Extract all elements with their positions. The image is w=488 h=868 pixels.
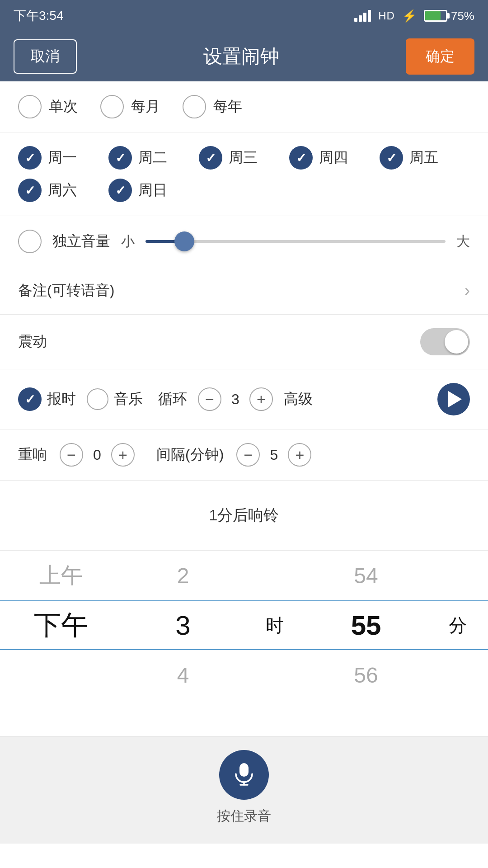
microphone-icon	[231, 761, 257, 788]
minute-item-56[interactable]: 56	[305, 650, 427, 700]
weekdays-row: 周一 周二 周三 周四 周五 周六 周日	[18, 146, 470, 202]
lightning-icon: ⚡	[402, 9, 417, 23]
page-title: 设置闹钟	[203, 44, 279, 69]
loop-value: 3	[229, 391, 242, 408]
checkbox-monday	[18, 146, 42, 170]
repeat-increase-button[interactable]: +	[111, 443, 135, 467]
checkbox-saturday	[18, 179, 42, 202]
status-bar: 下午3:54 HD ⚡ 75%	[0, 0, 488, 32]
music-label: 音乐	[114, 389, 143, 409]
radio-music	[87, 388, 108, 410]
day-sunday[interactable]: 周日	[108, 179, 185, 202]
vibration-toggle[interactable]	[420, 328, 470, 355]
interval-decrease-button[interactable]: −	[236, 443, 260, 467]
checkbox-tuesday	[108, 146, 132, 170]
confirm-button[interactable]: 确定	[406, 38, 474, 75]
volume-radio[interactable]	[18, 230, 42, 253]
interval-label: 间隔(分钟)	[156, 445, 224, 465]
hour-item-2[interactable]: 2	[122, 551, 244, 600]
minute-item-54[interactable]: 54	[305, 551, 427, 600]
music-tone-item[interactable]: 音乐	[87, 388, 143, 410]
time-picker[interactable]: 上午 下午 2 3 4 时 54 55	[0, 551, 488, 700]
checkbox-thursday	[289, 146, 313, 170]
toggle-thumb	[445, 330, 468, 354]
signal-icon	[354, 10, 371, 22]
spacer	[0, 700, 488, 736]
checkbox-report	[18, 387, 42, 411]
hour-4-label: 4	[177, 663, 189, 688]
ampm-column[interactable]: 上午 下午	[0, 551, 122, 700]
recurrence-yearly[interactable]: 每年	[183, 95, 242, 118]
ampm-item-am[interactable]: 上午	[0, 551, 122, 600]
volume-slider-container	[145, 232, 446, 250]
repeat-value: 0	[90, 447, 104, 463]
minute-unit-label: 分	[427, 600, 488, 650]
loop-decrease-button[interactable]: −	[198, 387, 221, 411]
recurrence-monthly[interactable]: 每月	[100, 95, 160, 118]
hour-unit-empty-top	[244, 551, 305, 600]
record-label: 按住录音	[217, 807, 271, 826]
svg-rect-0	[239, 763, 249, 777]
report-tone-item[interactable]: 报时	[18, 387, 76, 411]
minute-unit-column: 分	[427, 551, 488, 700]
battery-percent: 75%	[451, 9, 474, 23]
hour-column[interactable]: 2 3 4	[122, 551, 244, 700]
cancel-button[interactable]: 取消	[14, 39, 77, 74]
hour-item-4[interactable]: 4	[122, 650, 244, 700]
minute-56-label: 56	[354, 663, 378, 688]
hour-unit-label: 时	[244, 600, 305, 650]
battery-icon: 75%	[424, 9, 474, 23]
vibration-label: 震动	[18, 332, 47, 352]
repeat-section: 重响 − 0 + 间隔(分钟) − 5 +	[0, 429, 488, 481]
note-section[interactable]: 备注(可转语音) ›	[0, 267, 488, 315]
header: 取消 设置闹钟 确定	[0, 32, 488, 81]
minute-column[interactable]: 54 55 56	[305, 551, 427, 700]
day-wednesday[interactable]: 周三	[199, 146, 276, 170]
volume-min: 小	[121, 232, 135, 251]
play-icon	[448, 391, 462, 407]
repeat-stepper: − 0 +	[60, 443, 135, 467]
day-saturday-label: 周六	[48, 180, 77, 200]
minute-item-55[interactable]: 55	[305, 600, 427, 650]
volume-section: 独立音量 小 大	[0, 216, 488, 267]
recurrence-yearly-label: 每年	[213, 97, 242, 117]
recurrence-once-label: 单次	[49, 97, 78, 117]
day-friday[interactable]: 周五	[380, 146, 456, 170]
play-button[interactable]	[437, 383, 470, 415]
tone-row: 报时 音乐 循环 − 3 + 高级	[18, 383, 470, 415]
day-thursday-label: 周四	[319, 148, 348, 168]
volume-row: 独立音量 小 大	[18, 230, 470, 253]
status-time: 下午3:54	[14, 7, 64, 24]
note-row[interactable]: 备注(可转语音) ›	[18, 281, 470, 301]
interval-increase-button[interactable]: +	[288, 443, 311, 467]
hour-2-label: 2	[177, 563, 189, 588]
hour-3-label: 3	[175, 610, 190, 641]
day-monday[interactable]: 周一	[18, 146, 95, 170]
hour-unit-empty-bot	[244, 650, 305, 700]
volume-thumb[interactable]	[174, 231, 194, 251]
repeat-decrease-button[interactable]: −	[60, 443, 83, 467]
day-monday-label: 周一	[48, 148, 77, 168]
day-saturday[interactable]: 周六	[18, 179, 95, 202]
recurrence-monthly-label: 每月	[131, 97, 160, 117]
bottom-bar: 按住录音	[0, 736, 488, 844]
recurrence-once[interactable]: 单次	[18, 95, 78, 118]
repeat-row: 重响 − 0 + 间隔(分钟) − 5 +	[18, 443, 470, 467]
advanced-label: 高级	[284, 389, 313, 409]
tone-section: 报时 音乐 循环 − 3 + 高级	[0, 369, 488, 429]
ampm-am-label: 上午	[39, 561, 83, 590]
ampm-item-pm[interactable]: 下午	[0, 600, 122, 650]
loop-label: 循环	[158, 389, 187, 409]
loop-stepper: − 3 +	[198, 387, 273, 411]
recurrence-section: 单次 每月 每年	[0, 81, 488, 132]
hour-item-3[interactable]: 3	[122, 600, 244, 650]
loop-increase-button[interactable]: +	[249, 387, 273, 411]
ampm-pm-label: 下午	[34, 607, 88, 644]
volume-max: 大	[456, 232, 470, 251]
record-button[interactable]	[219, 750, 269, 800]
radio-yearly	[183, 95, 206, 118]
day-thursday[interactable]: 周四	[289, 146, 366, 170]
ring-info: 1分后响铃	[18, 494, 470, 537]
volume-label: 独立音量	[52, 231, 110, 251]
day-tuesday[interactable]: 周二	[108, 146, 185, 170]
